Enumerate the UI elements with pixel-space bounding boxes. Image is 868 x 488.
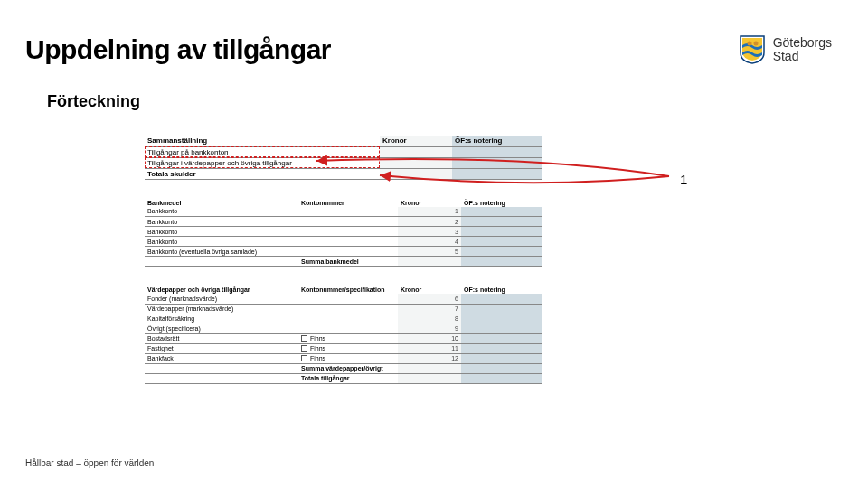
checkbox-icon	[301, 345, 307, 352]
summary-row-debt: Totala skulder	[145, 168, 380, 179]
table-row: Bankkonto (eventuella övriga samlade)5	[145, 247, 542, 257]
table-row: BostadsrättFinns10	[145, 333, 542, 343]
bank-sum: Summa bankmedel	[298, 257, 398, 267]
bank-col2: Kontonummer	[298, 196, 398, 207]
svg-point-1	[753, 42, 758, 46]
table-row: Bankkonto1	[145, 207, 542, 217]
bank-col4: ÖF:s notering	[461, 196, 542, 207]
table-row: Värdepapper (marknadsvärde)7	[145, 304, 542, 314]
table-row: Kapitalförsäkring8	[145, 314, 542, 324]
footer-text: Hållbar stad – öppen för världen	[25, 458, 154, 468]
page-title: Uppdelning av tillgångar	[25, 34, 331, 65]
checkbox-icon	[301, 335, 307, 342]
summary-col-of: ÖF:s notering	[452, 136, 542, 146]
table-row: Övrigt (specificera)9	[145, 324, 542, 333]
table-row: Bankkonto4	[145, 237, 542, 247]
summary-row-bank: Tillgångar på bankkonton	[145, 146, 380, 157]
bank-heading: Bankmedel	[145, 196, 298, 207]
table-row: Bankkonto2	[145, 217, 542, 227]
table-row: BankfackFinns12	[145, 353, 542, 363]
sec2-heading: Värdepapper och övriga tillgångar	[145, 283, 298, 294]
summary-heading: Sammanställning	[145, 136, 380, 146]
summary-row-sec: Tillgångar i värdepapper och övriga till…	[145, 157, 380, 168]
sec2-col3: Kronor	[398, 283, 461, 294]
checkbox-icon	[301, 355, 307, 361]
table-row: FastighetFinns11	[145, 343, 542, 353]
goteborg-crest-icon	[737, 34, 768, 65]
table-row: Bankkonto3	[145, 227, 542, 237]
table-row: Fonder (marknadsvärde)6	[145, 294, 542, 304]
svg-point-0	[747, 42, 751, 46]
logo: Göteborgs Stad	[737, 34, 832, 65]
section-subtitle: Förteckning	[0, 65, 868, 118]
sec2-total: Totala tillgångar	[298, 373, 398, 383]
sec2-col4: ÖF:s notering	[461, 283, 542, 294]
sec2-sum: Summa värdepapper/övrigt	[298, 363, 398, 373]
callout-number-1: 1	[680, 172, 687, 187]
summary-table: Sammanställning Kronor ÖF:s notering Til…	[145, 136, 542, 180]
form-preview: Sammanställning Kronor ÖF:s notering Til…	[145, 136, 651, 384]
logo-text: Göteborgs Stad	[773, 36, 832, 64]
summary-col-kronor: Kronor	[380, 136, 452, 146]
bank-col3: Kronor	[398, 196, 461, 207]
sec2-col2: Kontonummer/specifikation	[298, 283, 398, 294]
bank-table: Bankmedel Kontonummer Kronor ÖF:s noteri…	[145, 196, 542, 267]
securities-table: Värdepapper och övriga tillgångar Konton…	[145, 283, 542, 384]
